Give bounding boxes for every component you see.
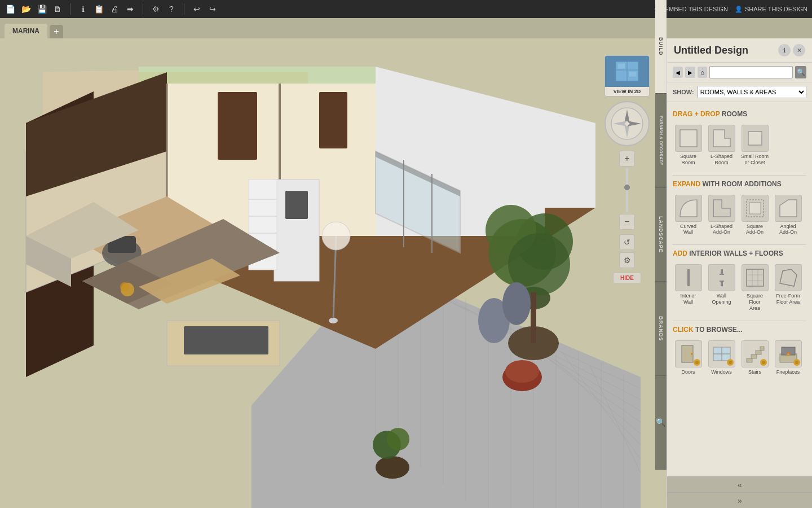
help-icon[interactable]: ? — [166, 3, 177, 15]
l-shaped-addon-item[interactable]: L-ShapedAdd-On — [706, 192, 737, 238]
wall-opening-item[interactable]: WallOpening — [706, 262, 737, 313]
redo-icon[interactable]: ↪ — [207, 3, 218, 15]
view-settings-button[interactable]: ⚙ — [619, 252, 635, 268]
square-floor-item[interactable]: Square FloorArea — [739, 262, 770, 313]
small-room-item[interactable]: Small Roomor Closet — [739, 122, 770, 168]
room-canvas[interactable] — [0, 38, 667, 508]
section-browse-title: CLICK TO BROWSE... — [673, 326, 806, 334]
panel-header: Untitled Design ℹ ✕ — [667, 38, 812, 63]
toolbar: 📄 📂 💾 🗎 ℹ 📋 🖨 ➡ ⚙ ? ↩ ↪ </> EMBED THIS D… — [0, 0, 812, 18]
save-as-icon[interactable]: 🗎 — [52, 3, 63, 15]
zoom-slider-thumb[interactable] — [624, 185, 630, 190]
doors-item[interactable]: Doors — [673, 338, 704, 378]
svg-point-82 — [329, 318, 338, 323]
tab-furnish[interactable]: FURNISH & DECORATE — [655, 94, 667, 187]
canvas-area[interactable]: VIEW IN 2D + − ↺ — [0, 38, 667, 508]
small-room-label: Small Roomor Closet — [741, 154, 769, 166]
nav-home-button[interactable]: ⌂ — [698, 67, 708, 78]
pages-icon[interactable]: 📋 — [93, 3, 104, 15]
view2d-button[interactable]: VIEW IN 2D — [604, 55, 650, 97]
zoom-slider-track[interactable] — [626, 168, 628, 213]
l-shaped-room-item[interactable]: L-ShapedRoom — [706, 122, 737, 168]
print-icon[interactable]: 🖨 — [109, 3, 120, 15]
square-floor-label: Square FloorArea — [740, 293, 769, 311]
windows-icon — [708, 340, 735, 367]
interior-wall-label: InteriorWall — [680, 293, 696, 305]
panel-close-button[interactable]: ✕ — [793, 44, 805, 56]
zoom-controls: + − — [619, 151, 635, 230]
curved-wall-item[interactable]: CurvedWall — [673, 192, 704, 238]
svg-rect-98 — [748, 132, 762, 145]
collapse-up-button[interactable]: « — [667, 476, 812, 492]
zoom-out-button[interactable]: − — [619, 214, 635, 230]
panel-header-icons: ℹ ✕ — [778, 44, 805, 56]
browse-grid: Doors Windows — [673, 338, 806, 378]
stairs-item[interactable]: Stairs — [739, 338, 770, 378]
show-select[interactable]: ROOMS, WALLS & AREAS FURNITURE ALL — [698, 86, 806, 98]
section-interior-title: ADD INTERIOR WALLS + FLOORS — [673, 249, 806, 257]
svg-marker-114 — [780, 269, 797, 286]
stairs-label: Stairs — [748, 369, 761, 375]
curved-wall-icon — [675, 195, 702, 222]
undo-icon[interactable]: ↩ — [191, 3, 202, 15]
wall-opening-label: WallOpening — [712, 293, 731, 305]
square-room-icon — [675, 125, 702, 152]
svg-marker-97 — [713, 130, 730, 147]
export-icon[interactable]: ➡ — [125, 3, 136, 15]
freeform-floor-item[interactable]: Free-FormFloor Area — [773, 262, 804, 313]
square-room-item[interactable]: SquareRoom — [673, 122, 704, 168]
settings-icon[interactable]: ⚙ — [150, 3, 161, 15]
sep3 — [184, 3, 184, 15]
freeform-floor-icon — [775, 264, 802, 291]
nav-back-button[interactable]: ◀ — [673, 67, 683, 78]
tab-brands[interactable]: BRANDS — [655, 282, 667, 375]
svg-rect-45 — [319, 92, 347, 148]
interior-wall-item[interactable]: InteriorWall — [673, 262, 704, 313]
reset-view-button[interactable]: ↺ — [619, 234, 635, 250]
collapse-down-button[interactable]: » — [667, 492, 812, 508]
svg-rect-44 — [218, 92, 257, 160]
l-shaped-addon-icon — [708, 195, 735, 222]
svg-point-70 — [376, 456, 409, 479]
svg-point-74 — [502, 282, 531, 325]
svg-point-85 — [120, 282, 129, 291]
tabbar: MARINA + — [0, 18, 812, 38]
new-icon[interactable]: 📄 — [5, 3, 16, 15]
svg-rect-123 — [756, 351, 761, 354]
windows-item[interactable]: Windows — [706, 338, 737, 378]
curved-wall-label: CurvedWall — [680, 224, 696, 236]
nav-compass[interactable] — [604, 101, 650, 146]
square-addon-item[interactable]: SquareAdd-On — [739, 192, 770, 238]
tab-landscape[interactable]: LANDSCAPE — [655, 188, 667, 282]
angled-addon-item[interactable]: AngledAdd-On — [773, 192, 804, 238]
svg-rect-124 — [760, 347, 764, 351]
stairs-icon — [742, 340, 769, 367]
tab-search[interactable]: 🔍 — [655, 376, 667, 470]
nav-forward-button[interactable]: ▶ — [685, 67, 695, 78]
angled-addon-label: AngledAdd-On — [779, 224, 797, 236]
tab-marina[interactable]: MARINA — [5, 24, 47, 38]
search-button[interactable]: 🔍 — [795, 66, 806, 78]
fireplaces-item[interactable]: Fireplaces — [773, 338, 804, 378]
l-shaped-addon-label: L-ShapedAdd-On — [710, 224, 732, 236]
open-icon[interactable]: 📂 — [20, 3, 32, 15]
add-tab-button[interactable]: + — [50, 25, 63, 38]
svg-rect-102 — [749, 203, 761, 214]
view-controls: VIEW IN 2D + − ↺ — [604, 55, 650, 283]
save-icon[interactable]: 💾 — [36, 3, 47, 15]
panel-title: Untitled Design — [674, 45, 748, 56]
info-icon[interactable]: ℹ — [77, 3, 89, 15]
view2d-label: VIEW IN 2D — [605, 87, 649, 96]
svg-point-117 — [691, 353, 692, 354]
svg-point-83 — [322, 222, 350, 250]
angled-addon-icon — [775, 195, 802, 222]
share-button[interactable]: 👤 SHARE THIS DESIGN — [735, 6, 807, 13]
hide-button[interactable]: HIDE — [613, 273, 641, 283]
zoom-in-button[interactable]: + — [619, 151, 635, 167]
search-input[interactable] — [709, 66, 793, 78]
toolbar-right: </> EMBED THIS DESIGN 👤 SHARE THIS DESIG… — [654, 6, 807, 13]
panel-info-button[interactable]: ℹ — [778, 44, 791, 56]
svg-marker-103 — [780, 200, 797, 217]
tab-build[interactable]: BUILD — [655, 0, 667, 94]
panel-content: DRAG + DROP ROOMS SquareRoom — [667, 102, 812, 476]
